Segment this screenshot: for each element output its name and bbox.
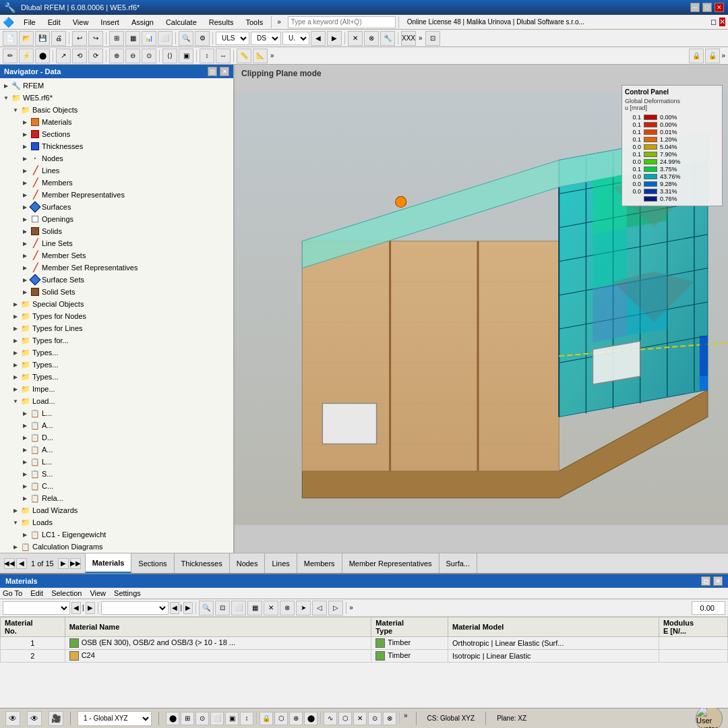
tree-item-members[interactable]: ▶╱Members xyxy=(0,177,233,189)
st-btn-9[interactable]: ⊕ xyxy=(289,712,303,725)
nav-tree[interactable]: ▶🔧RFEM▼📁WE5.rf6*▼📁Basic Objects▶Material… xyxy=(0,78,233,553)
tb2-btn-14[interactable]: 📏 xyxy=(237,49,251,63)
tree-item-rela[interactable]: ▶📋Rela... xyxy=(0,492,233,504)
tree-item-surface-sets[interactable]: ▶Surface Sets xyxy=(0,274,233,286)
print-btn[interactable]: 🖨 xyxy=(51,31,66,46)
mat-menu-edit[interactable]: Edit xyxy=(30,589,43,597)
tree-item-rfem[interactable]: ▶🔧RFEM xyxy=(0,80,233,92)
viewport[interactable]: Clipping Plane mode xyxy=(235,65,728,553)
st-btn-11[interactable]: ∿ xyxy=(324,712,337,725)
st-btn-3[interactable]: ⊙ xyxy=(195,712,209,725)
redo-btn[interactable]: ↪ xyxy=(88,31,103,46)
mat-menu-goto[interactable]: Go To xyxy=(3,589,22,597)
menu-tools[interactable]: Tools xyxy=(240,17,268,28)
new-btn[interactable]: 📄 xyxy=(3,31,18,46)
mat-menu-settings[interactable]: Settings xyxy=(114,589,141,597)
minimize-btn[interactable]: ─ xyxy=(690,3,700,12)
tb2-btn-4[interactable]: ↗ xyxy=(56,49,71,63)
search-input[interactable] xyxy=(288,16,396,28)
st-btn-13[interactable]: ✕ xyxy=(353,712,367,725)
mat-basic-objects-dropdown[interactable]: Basic Objects xyxy=(101,601,169,615)
tb2-btn-13[interactable]: ↔ xyxy=(216,49,231,63)
st-btn-more[interactable]: » xyxy=(402,712,409,725)
nav-prev-btn[interactable]: ◀ xyxy=(311,31,326,46)
tree-item-nodes[interactable]: ▶·Nodes xyxy=(0,152,233,164)
st-btn-2[interactable]: ⊞ xyxy=(181,712,194,725)
tree-item-l[interactable]: ▶📋L... xyxy=(0,456,233,468)
tb2-btn-6[interactable]: ⟳ xyxy=(88,49,103,63)
tree-item-member-set-representatives[interactable]: ▶╱Member Set Representatives xyxy=(0,262,233,274)
menu-insert[interactable]: Insert xyxy=(95,17,125,28)
tree-item-lc1---eigengewicht[interactable]: ▶📋LC1 - Eigengewicht xyxy=(0,528,233,541)
tree-item-lines[interactable]: ▶╱Lines xyxy=(0,164,233,177)
tree-item-openings[interactable]: ▶Openings xyxy=(0,213,233,225)
tb2-btn-1[interactable]: ✏ xyxy=(3,49,18,63)
mat-number-input[interactable] xyxy=(692,601,725,615)
st-btn-8[interactable]: ⬡ xyxy=(274,712,288,725)
tb2-btn-8[interactable]: ⊖ xyxy=(125,49,140,63)
combo-uls[interactable]: ULS xyxy=(216,32,249,45)
st-btn-10[interactable]: ⬤ xyxy=(304,712,317,725)
menu-calculate[interactable]: Calculate xyxy=(160,17,202,28)
tree-item-surfaces[interactable]: ▶Surfaces xyxy=(0,201,233,213)
tree-item-we5rf6[interactable]: ▼📁WE5.rf6* xyxy=(0,92,233,104)
prev-page-btn[interactable]: ◀ xyxy=(16,558,27,569)
mat-tb-prev2[interactable]: ◀ xyxy=(170,602,179,614)
tree-item-s[interactable]: ▶📋S... xyxy=(0,468,233,480)
tree-item-d[interactable]: ▶📋D... xyxy=(0,431,233,444)
tree-item-types-for[interactable]: ▶📁Types for... xyxy=(0,334,233,346)
st-btn-5[interactable]: ▣ xyxy=(225,712,239,725)
next-page-btn[interactable]: ▶ xyxy=(58,558,69,569)
tb-btn-4[interactable]: ⬜ xyxy=(158,31,173,46)
table-row[interactable]: 2C24TimberIsotropic | Linear Elastic xyxy=(1,650,728,663)
tab-nodes[interactable]: Nodes xyxy=(230,553,266,573)
mat-tb-6[interactable]: ✕ xyxy=(264,601,278,615)
last-page-btn[interactable]: ▶▶ xyxy=(70,558,81,569)
tab-thicknesses[interactable]: Thicknesses xyxy=(175,553,230,573)
tb2-extra-1[interactable]: 🔒 xyxy=(689,49,704,63)
mat-tb-9[interactable]: ◁ xyxy=(312,601,327,615)
tab-lines[interactable]: Lines xyxy=(265,553,297,573)
save-btn[interactable]: 💾 xyxy=(35,31,50,46)
mat-close-btn[interactable]: ✕ xyxy=(713,576,723,586)
mat-tb-more[interactable]: » xyxy=(349,604,353,611)
mat-menu-selection[interactable]: Selection xyxy=(51,589,82,597)
expand-icon[interactable]: » xyxy=(274,18,284,26)
nav-close-btn[interactable]: ✕ xyxy=(220,67,229,76)
tb-btn-1[interactable]: ⊞ xyxy=(109,31,124,46)
tree-item-loads[interactable]: ▼📁Loads xyxy=(0,516,233,528)
st-btn-6[interactable]: ↕ xyxy=(240,712,253,725)
tb-btn-2[interactable]: ▦ xyxy=(125,31,140,46)
tb-btn-7[interactable]: ✕ xyxy=(348,31,363,46)
combo-ds[interactable]: DS1 xyxy=(251,32,281,45)
mat-tb-3[interactable]: ⊡ xyxy=(215,601,230,615)
tb-btn-5[interactable]: 🔍 xyxy=(179,31,193,46)
tree-item-a[interactable]: ▶📋A... xyxy=(0,419,233,431)
view-icon-1[interactable]: 👁 xyxy=(5,711,20,726)
tree-item-impe[interactable]: ▶📁Impe... xyxy=(0,383,233,395)
tb2-btn-3[interactable]: ⬤ xyxy=(35,49,50,63)
camera-icon[interactable]: 🎥 xyxy=(49,711,63,726)
st-btn-15[interactable]: ⊗ xyxy=(383,712,396,725)
nav-restore-btn[interactable]: ◻ xyxy=(208,67,217,76)
st-btn-1[interactable]: ⬤ xyxy=(166,712,179,725)
tab-member-representatives[interactable]: Member Representatives xyxy=(342,553,439,573)
tab-sections[interactable]: Sections xyxy=(131,553,174,573)
mat-tb-7[interactable]: ⊗ xyxy=(280,601,295,615)
tree-item-solid-sets[interactable]: ▶Solid Sets xyxy=(0,286,233,298)
tb2-btn-15[interactable]: 📐 xyxy=(253,49,268,63)
tree-item-line-sets[interactable]: ▶╱Line Sets xyxy=(0,237,233,249)
tree-item-c[interactable]: ▶📋C... xyxy=(0,480,233,492)
tb2-more2[interactable]: » xyxy=(721,52,725,59)
tree-item-types[interactable]: ▶📁Types... xyxy=(0,346,233,359)
st-btn-7[interactable]: 🔒 xyxy=(260,712,273,725)
combo-u[interactable]: U... xyxy=(282,32,309,45)
tab-materials[interactable]: Materials xyxy=(86,553,132,573)
table-row[interactable]: 1OSB (EN 300), OSB/2 and OSB/3 (> 10 - 1… xyxy=(1,637,728,650)
tb2-btn-7[interactable]: ⊕ xyxy=(109,49,124,63)
mat-tb-8[interactable]: ➤ xyxy=(296,601,311,615)
tb-btn-9[interactable]: 🔧 xyxy=(380,31,395,46)
mat-tb-5[interactable]: ▦ xyxy=(247,601,262,615)
mat-tb-next2[interactable]: ▶ xyxy=(183,602,193,614)
tree-item-types[interactable]: ▶📁Types... xyxy=(0,371,233,383)
